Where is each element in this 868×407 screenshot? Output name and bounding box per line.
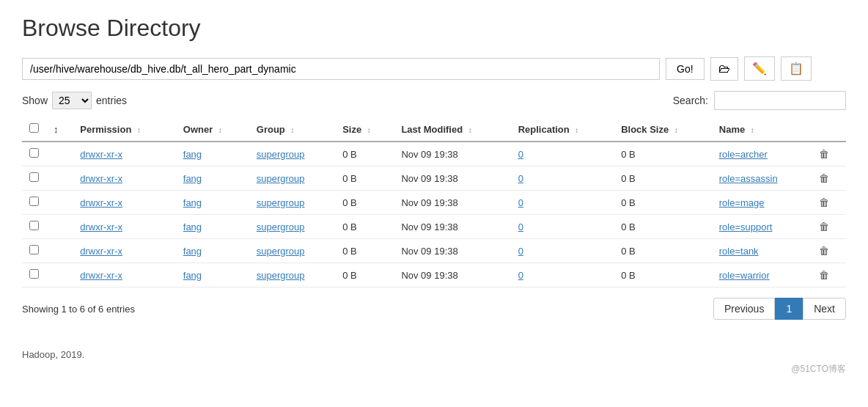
table-row: drwxr-xr-x fang supergroup 0 B Nov 09 19… <box>22 166 846 191</box>
credit-text: Hadoop, 2019. <box>22 349 84 360</box>
replication-link-4[interactable]: 0 <box>518 246 523 257</box>
table-row: drwxr-xr-x fang supergroup 0 B Nov 09 19… <box>22 142 846 166</box>
row-checkbox-5[interactable] <box>29 269 39 279</box>
group-link-3[interactable]: supergroup <box>257 221 305 232</box>
last-modified-cell-2: Nov 09 19:38 <box>394 191 510 215</box>
permission-link-4[interactable]: drwxr-xr-x <box>80 246 122 257</box>
block-size-cell-1: 0 B <box>614 166 712 191</box>
next-button[interactable]: Next <box>803 298 846 320</box>
go-button[interactable]: Go! <box>666 58 705 80</box>
last-modified-cell-0: Nov 09 19:38 <box>394 142 510 166</box>
name-link-4[interactable]: role=tank <box>719 246 759 257</box>
permission-link-0[interactable]: drwxr-xr-x <box>80 149 122 160</box>
permission-link-3[interactable]: drwxr-xr-x <box>80 221 122 232</box>
group-link-5[interactable]: supergroup <box>257 270 305 281</box>
delete-button-4[interactable]: 🗑 <box>819 245 829 257</box>
page-title: Browse Directory <box>22 15 846 42</box>
replication-link-2[interactable]: 0 <box>518 197 523 208</box>
replication-link-0[interactable]: 0 <box>518 149 523 160</box>
permission-link-5[interactable]: drwxr-xr-x <box>80 270 122 281</box>
col-last-modified[interactable]: Last Modified ↕ <box>394 117 510 142</box>
block-size-cell-5: 0 B <box>614 263 712 287</box>
last-modified-cell-5: Nov 09 19:38 <box>394 263 510 287</box>
row-checkbox-1[interactable] <box>29 172 39 182</box>
group-link-0[interactable]: supergroup <box>257 149 305 160</box>
col-owner[interactable]: Owner ↕ <box>176 117 249 142</box>
size-cell-5: 0 B <box>335 263 394 287</box>
name-link-1[interactable]: role=assassin <box>719 173 778 184</box>
group-link-1[interactable]: supergroup <box>257 173 305 184</box>
clipboard-icon-button[interactable]: 📋 <box>781 56 812 81</box>
table-row: drwxr-xr-x fang supergroup 0 B Nov 09 19… <box>22 239 846 263</box>
delete-button-3[interactable]: 🗑 <box>819 221 829 232</box>
block-size-cell-2: 0 B <box>614 191 712 215</box>
size-cell-4: 0 B <box>335 239 394 263</box>
delete-button-5[interactable]: 🗑 <box>819 269 829 281</box>
search-label: Search: <box>673 95 708 106</box>
row-checkbox-3[interactable] <box>29 221 39 230</box>
col-group[interactable]: Group ↕ <box>249 117 335 142</box>
name-link-0[interactable]: role=archer <box>719 149 768 160</box>
col-size[interactable]: Size ↕ <box>335 117 394 142</box>
search-input[interactable] <box>714 91 846 110</box>
permission-link-1[interactable]: drwxr-xr-x <box>80 173 122 184</box>
watermark-text: @51CTO博客 <box>22 363 846 375</box>
permission-link-2[interactable]: drwxr-xr-x <box>80 197 122 208</box>
replication-link-1[interactable]: 0 <box>518 173 523 184</box>
delete-button-0[interactable]: 🗑 <box>819 148 829 160</box>
show-label: Show <box>22 95 48 106</box>
bottom-footer: Hadoop, 2019. @51CTO博客 <box>22 349 846 375</box>
size-cell-1: 0 B <box>335 166 394 191</box>
entries-label: entries <box>96 95 127 106</box>
entries-select[interactable]: 10 25 50 100 <box>52 92 92 109</box>
directory-table: ↕ Permission ↕ Owner ↕ Group ↕ Size ↕ La… <box>22 117 846 287</box>
col-name[interactable]: Name ↕ <box>712 117 812 142</box>
owner-link-2[interactable]: fang <box>183 197 202 208</box>
owner-link-3[interactable]: fang <box>183 221 202 232</box>
delete-button-1[interactable]: 🗑 <box>819 172 829 184</box>
size-cell-2: 0 B <box>335 191 394 215</box>
owner-link-5[interactable]: fang <box>183 270 202 281</box>
show-entries: Show 10 25 50 100 entries <box>22 92 127 109</box>
page-1-button[interactable]: 1 <box>775 298 803 320</box>
owner-link-0[interactable]: fang <box>183 149 202 160</box>
col-replication[interactable]: Replication ↕ <box>511 117 614 142</box>
controls-bar: Show 10 25 50 100 entries Search: <box>22 91 846 110</box>
table-row: drwxr-xr-x fang supergroup 0 B Nov 09 19… <box>22 263 846 287</box>
name-link-3[interactable]: role=support <box>719 221 773 232</box>
previous-button[interactable]: Previous <box>713 298 775 320</box>
upload-icon-button[interactable]: ✏️ <box>744 56 775 81</box>
col-block-size[interactable]: Block Size ↕ <box>614 117 712 142</box>
block-size-cell-3: 0 B <box>614 215 712 239</box>
path-input[interactable] <box>22 58 660 80</box>
block-size-cell-4: 0 B <box>614 239 712 263</box>
row-checkbox-0[interactable] <box>29 148 39 158</box>
replication-link-3[interactable]: 0 <box>518 221 523 232</box>
replication-link-5[interactable]: 0 <box>518 270 523 281</box>
last-modified-cell-1: Nov 09 19:38 <box>394 166 510 191</box>
showing-text: Showing 1 to 6 of 6 entries <box>22 304 135 315</box>
size-cell-0: 0 B <box>335 142 394 166</box>
row-checkbox-4[interactable] <box>29 245 39 254</box>
table-row: drwxr-xr-x fang supergroup 0 B Nov 09 19… <box>22 191 846 215</box>
owner-link-4[interactable]: fang <box>183 246 202 257</box>
group-link-2[interactable]: supergroup <box>257 197 305 208</box>
folder-icon-button[interactable]: 🗁 <box>710 57 738 81</box>
col-permission[interactable]: Permission ↕ <box>73 117 176 142</box>
path-bar: Go! 🗁 ✏️ 📋 <box>22 56 846 81</box>
select-all-checkbox[interactable] <box>29 123 39 133</box>
col-sort-icon[interactable]: ↕ <box>46 117 73 142</box>
name-link-2[interactable]: role=mage <box>719 197 765 208</box>
footer-bar: Showing 1 to 6 of 6 entries Previous 1 N… <box>22 298 846 320</box>
block-size-cell-0: 0 B <box>614 142 712 166</box>
search-bar: Search: <box>673 91 846 110</box>
name-link-5[interactable]: role=warrior <box>719 270 770 281</box>
group-link-4[interactable]: supergroup <box>257 246 305 257</box>
last-modified-cell-4: Nov 09 19:38 <box>394 239 510 263</box>
last-modified-cell-3: Nov 09 19:38 <box>394 215 510 239</box>
row-checkbox-2[interactable] <box>29 197 39 206</box>
pagination: Previous 1 Next <box>713 298 846 320</box>
delete-button-2[interactable]: 🗑 <box>819 197 829 208</box>
owner-link-1[interactable]: fang <box>183 173 202 184</box>
table-row: drwxr-xr-x fang supergroup 0 B Nov 09 19… <box>22 215 846 239</box>
